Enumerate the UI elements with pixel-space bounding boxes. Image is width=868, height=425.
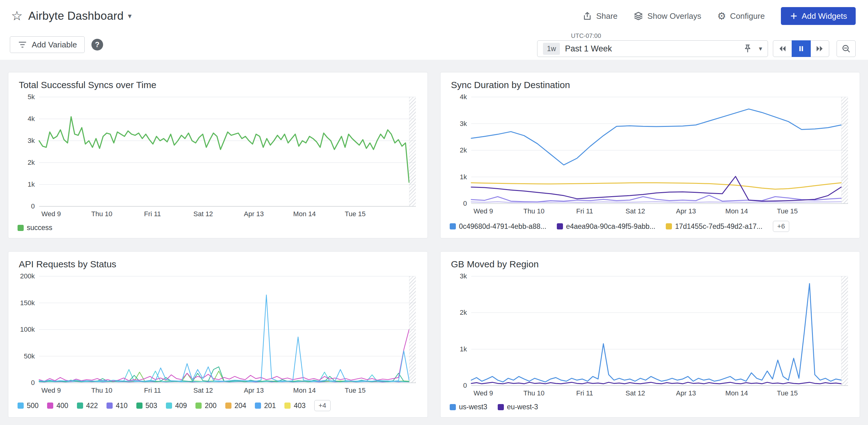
- picker-caret-down-icon[interactable]: ▾: [759, 45, 762, 52]
- legend-item[interactable]: 200: [195, 402, 216, 410]
- x-tick-label: Sat 12: [625, 389, 645, 397]
- x-tick-label: Fri 11: [144, 387, 161, 395]
- chart-sync-duration[interactable]: 01k2k3k4k: [445, 93, 854, 205]
- legend-more-badge[interactable]: +4: [314, 400, 331, 411]
- legend-swatch: [225, 402, 231, 409]
- title-chevron-down-icon[interactable]: ▾: [128, 12, 132, 20]
- x-tick-label: Thu 10: [524, 207, 545, 215]
- add-variable-button[interactable]: Add Variable: [10, 36, 85, 53]
- chart-total-successful-syncs[interactable]: 01k2k3k4k5k: [12, 93, 422, 208]
- pin-icon[interactable]: [743, 44, 752, 54]
- chart-api-requests[interactable]: 050k100k150k200k: [12, 273, 422, 384]
- legend-item[interactable]: 0c49680d-4791-4ebb-a88...: [450, 222, 546, 231]
- share-button[interactable]: Share: [582, 11, 617, 21]
- chart-canvas[interactable]: [12, 273, 422, 384]
- legend-swatch: [666, 223, 672, 230]
- chart-gb-moved[interactable]: 01k2k3k: [445, 273, 854, 387]
- pause-icon: [797, 44, 806, 53]
- legend-swatch: [166, 402, 172, 409]
- page-title: Airbyte Dashboard: [28, 9, 124, 23]
- widget-total-successful-syncs: Total Successful Syncs over Time 01k2k3k…: [8, 72, 428, 238]
- header-title-row: ☆ Airbyte Dashboard ▾ Share Show Overlay…: [0, 0, 868, 32]
- x-tick-label: Thu 10: [91, 387, 113, 395]
- legend-item[interactable]: 403: [284, 402, 305, 410]
- header-toolbar-row: Add Variable ? UTC-07:00 1w Past 1 Week …: [0, 32, 868, 60]
- x-tick-label: Sat 12: [193, 387, 213, 395]
- chart-canvas[interactable]: [12, 93, 422, 208]
- legend-item[interactable]: 17d1455c-7ed5-49d2-a17...: [666, 222, 763, 231]
- legend-label: 200: [205, 402, 216, 410]
- legend-swatch: [18, 225, 24, 231]
- header-actions: Share Show Overlays ⚙ Configure Add Widg…: [582, 7, 856, 25]
- widget-title: API Requests by Status: [8, 252, 428, 271]
- fast-forward-icon: [815, 44, 824, 53]
- share-label: Share: [596, 11, 617, 21]
- legend-item[interactable]: 500: [18, 402, 38, 410]
- help-icon[interactable]: ?: [91, 39, 103, 51]
- widget-api-requests-by-status: API Requests by Status 050k100k150k200k …: [8, 251, 428, 418]
- time-range-picker[interactable]: 1w Past 1 Week ▾: [537, 40, 768, 57]
- legend-item[interactable]: us-west3: [450, 403, 487, 411]
- chart-canvas[interactable]: [445, 273, 854, 387]
- legend-swatch: [450, 404, 456, 410]
- time-nav-group: [773, 40, 829, 57]
- x-tick-label: Fri 11: [576, 207, 593, 215]
- legend-swatch: [450, 223, 456, 230]
- legend-more-badge[interactable]: +6: [773, 221, 789, 232]
- legend-item[interactable]: 503: [136, 402, 157, 410]
- legend-item[interactable]: 400: [47, 402, 68, 410]
- widget-grid: Total Successful Syncs over Time 01k2k3k…: [8, 72, 860, 418]
- share-icon: [582, 11, 592, 21]
- future-period-hatch: [841, 97, 848, 204]
- legend-label: 403: [293, 402, 305, 410]
- time-cluster: UTC-07:00 1w Past 1 Week ▾: [537, 32, 856, 57]
- legend-label: 409: [175, 402, 187, 410]
- dashboard-header: ☆ Airbyte Dashboard ▾ Share Show Overlay…: [0, 0, 868, 60]
- x-tick-label: Mon 14: [725, 389, 748, 397]
- legend-item[interactable]: eu-west-3: [498, 403, 538, 411]
- time-range-badge[interactable]: 1w: [543, 43, 560, 55]
- legend-label: us-west3: [459, 403, 487, 411]
- legend-item[interactable]: 422: [77, 402, 98, 410]
- time-range-label[interactable]: Past 1 Week: [565, 44, 612, 54]
- favorite-star-icon[interactable]: ☆: [11, 9, 23, 23]
- legend-item[interactable]: e4aea90a-90ca-49f5-9abb...: [557, 222, 655, 231]
- widget-title: Sync Duration by Destination: [440, 72, 860, 92]
- x-tick-label: Wed 9: [41, 210, 61, 218]
- time-forward-button[interactable]: [810, 40, 829, 57]
- legend-swatch: [195, 402, 202, 409]
- rewind-icon: [778, 44, 787, 53]
- future-period-hatch: [409, 97, 416, 206]
- configure-button[interactable]: ⚙ Configure: [717, 11, 765, 21]
- x-tick-label: Sat 12: [193, 210, 213, 218]
- future-period-hatch: [409, 276, 416, 383]
- add-widgets-button[interactable]: Add Widgets: [781, 7, 856, 25]
- legend-swatch: [136, 402, 143, 409]
- x-tick-label: Apr 13: [244, 210, 264, 218]
- legend-item[interactable]: 201: [255, 402, 276, 410]
- show-overlays-button[interactable]: Show Overlays: [633, 11, 701, 21]
- legend-swatch: [498, 404, 504, 410]
- x-axis: Wed 9Thu 10Fri 11Sat 12Apr 13Mon 14Tue 1…: [445, 387, 854, 400]
- time-back-button[interactable]: [773, 40, 792, 57]
- legend-label: 0c49680d-4791-4ebb-a88...: [459, 222, 546, 231]
- x-axis: Wed 9Thu 10Fri 11Sat 12Apr 13Mon 14Tue 1…: [445, 205, 854, 218]
- dashboard-content: Total Successful Syncs over Time 01k2k3k…: [0, 60, 868, 418]
- legend-item-success[interactable]: success: [18, 223, 52, 232]
- legend-item[interactable]: 204: [225, 402, 246, 410]
- x-tick-label: Apr 13: [244, 387, 264, 395]
- legend-label: 422: [86, 402, 98, 410]
- time-pause-button[interactable]: [792, 40, 811, 57]
- x-tick-label: Mon 14: [293, 387, 316, 395]
- zoom-out-button[interactable]: [837, 40, 856, 57]
- plus-icon: [789, 12, 798, 20]
- configure-label: Configure: [730, 11, 765, 21]
- legend-item[interactable]: 409: [166, 402, 187, 410]
- legend-label: 400: [56, 402, 68, 410]
- future-period-hatch: [841, 276, 848, 386]
- chart-canvas[interactable]: [445, 93, 854, 205]
- legend-swatch: [47, 402, 53, 409]
- legend-item[interactable]: 410: [106, 402, 127, 410]
- legend: success: [8, 221, 428, 238]
- legend-label: 204: [235, 402, 246, 410]
